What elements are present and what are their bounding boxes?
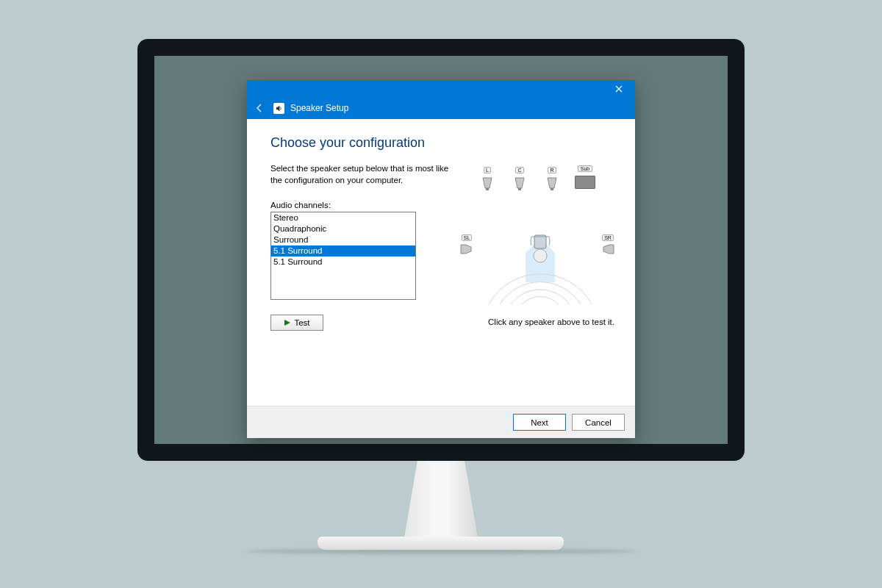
svg-rect-0 bbox=[534, 235, 546, 248]
channel-option[interactable]: Quadraphonic bbox=[271, 223, 415, 234]
speaker-diagram: L C R Sub bbox=[463, 160, 617, 293]
svg-point-1 bbox=[534, 249, 547, 262]
monitor-screen: Speaker Setup Choose your configuration … bbox=[154, 56, 728, 444]
subtext-line1: Select the speaker setup below that is m… bbox=[270, 164, 448, 173]
channel-option[interactable]: Stereo bbox=[271, 212, 415, 223]
channel-option[interactable]: Surround bbox=[271, 234, 415, 245]
speaker-side-right[interactable]: SR bbox=[600, 229, 616, 256]
channel-option[interactable]: 5.1 Surround bbox=[271, 245, 415, 257]
monitor-stand-neck bbox=[404, 460, 478, 538]
speaker-center-label: C bbox=[515, 167, 523, 173]
audio-channels-listbox[interactable]: StereoQuadraphonicSurround5.1 Surround5.… bbox=[270, 212, 416, 300]
cancel-button-label: Cancel bbox=[585, 418, 612, 427]
dialog-body: Choose your configuration Select the spe… bbox=[247, 119, 635, 406]
speaker-sub-label: Sub bbox=[578, 165, 592, 172]
speaker-setup-dialog: Speaker Setup Choose your configuration … bbox=[247, 80, 635, 438]
next-button-label: Next bbox=[531, 418, 548, 427]
speaker-left-label: L bbox=[484, 167, 491, 173]
monitor-stand-base bbox=[318, 537, 564, 550]
dialog-title: Speaker Setup bbox=[290, 103, 348, 113]
test-button[interactable]: Test bbox=[270, 315, 323, 331]
speaker-icon bbox=[273, 103, 284, 114]
speaker-right-label: R bbox=[548, 167, 556, 173]
close-button[interactable] bbox=[603, 80, 635, 97]
play-icon bbox=[284, 319, 291, 326]
speaker-left[interactable]: L bbox=[479, 162, 495, 191]
monitor-frame: Speaker Setup Choose your configuration … bbox=[137, 39, 745, 461]
dialog-footer: Next Cancel bbox=[247, 406, 635, 438]
svg-rect-4 bbox=[551, 188, 553, 190]
back-arrow-icon bbox=[255, 104, 264, 112]
test-note: Click any speaker above to test it. bbox=[488, 318, 614, 326]
speaker-right[interactable]: R bbox=[544, 162, 560, 191]
dialog-titlebar-top bbox=[247, 80, 635, 97]
svg-rect-3 bbox=[518, 188, 521, 190]
page-title: Choose your configuration bbox=[270, 135, 612, 151]
speaker-cone-icon bbox=[481, 175, 494, 191]
speaker-side-left[interactable]: SL bbox=[459, 229, 475, 256]
speaker-sub[interactable]: Sub bbox=[575, 160, 595, 189]
subtext: Select the speaker setup below that is m… bbox=[270, 162, 469, 186]
close-icon bbox=[615, 85, 623, 93]
next-button[interactable]: Next bbox=[513, 414, 566, 431]
test-button-label: Test bbox=[294, 318, 309, 327]
channel-option[interactable]: 5.1 Surround bbox=[271, 257, 415, 268]
speaker-side-right-label: SR bbox=[602, 234, 614, 241]
listener-icon bbox=[527, 232, 553, 265]
speaker-center[interactable]: C bbox=[512, 162, 528, 191]
subtext-line2: the configuration on your computer. bbox=[270, 176, 403, 184]
dialog-titlebar: Speaker Setup bbox=[247, 97, 635, 119]
speaker-side-icon bbox=[600, 243, 615, 256]
speaker-side-left-label: SL bbox=[462, 234, 473, 241]
speaker-cone-icon bbox=[513, 175, 526, 191]
cancel-button[interactable]: Cancel bbox=[572, 414, 625, 431]
speaker-cone-icon bbox=[545, 175, 559, 191]
svg-rect-2 bbox=[486, 188, 489, 190]
subwoofer-icon bbox=[575, 176, 595, 189]
back-button[interactable] bbox=[251, 100, 268, 116]
speaker-side-icon bbox=[459, 243, 474, 256]
